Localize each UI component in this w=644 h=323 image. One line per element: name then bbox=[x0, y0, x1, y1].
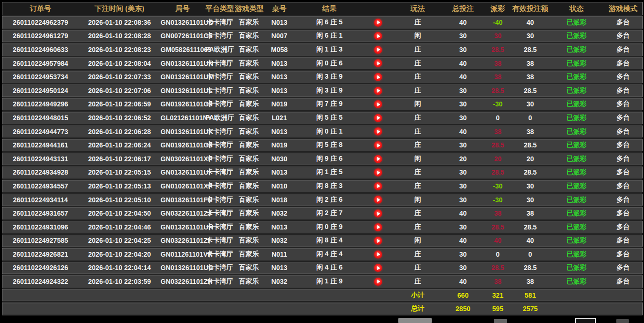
table-row: 2601102249480152026-01-10 22:06:52GL0212… bbox=[2, 111, 643, 125]
cell-game_mode: 多台 bbox=[604, 261, 643, 275]
replay-play-circle-icon[interactable] bbox=[374, 182, 382, 190]
table-row: 2601102249441612026-01-10 22:06:24GN0192… bbox=[2, 138, 643, 152]
replay-play-circle-icon[interactable] bbox=[374, 87, 382, 95]
cell-game_type: 百家乐 bbox=[235, 166, 263, 179]
cell-payout: 28.5 bbox=[484, 261, 512, 275]
cell-platform: 卡卡湾厅 bbox=[205, 220, 235, 234]
table-row: 2601102249501242026-01-10 22:07:06GN0132… bbox=[2, 83, 643, 97]
cell-play: 庄 bbox=[394, 70, 442, 84]
table-row: 2601102249579842026-01-10 22:08:04GN0132… bbox=[2, 56, 643, 70]
replay-play-circle-icon[interactable] bbox=[374, 141, 382, 149]
cell-bet_time: 2026-01-10 22:05:13 bbox=[79, 179, 161, 193]
cell-table_no: N013 bbox=[263, 83, 296, 97]
footer-partial-text bbox=[494, 319, 507, 323]
cell-game_mode: 多台 bbox=[604, 83, 643, 97]
replay-play-circle-icon[interactable] bbox=[374, 46, 382, 54]
cell-table_no: N013 bbox=[263, 70, 296, 84]
cell-total_bet: 30 bbox=[442, 193, 484, 207]
cell-play: 庄 bbox=[394, 261, 442, 275]
replay-play-circle-icon[interactable] bbox=[374, 73, 382, 81]
cell-replay bbox=[363, 83, 394, 97]
cell-game_type: 百家乐 bbox=[235, 220, 263, 234]
table-row: 2601102249623792026-01-10 22:08:36GN0132… bbox=[2, 16, 643, 30]
page-number-input[interactable] bbox=[575, 318, 596, 323]
replay-play-circle-icon[interactable] bbox=[374, 32, 382, 40]
summary-label: 总计 bbox=[394, 302, 442, 315]
cell-order_id: 260110224934557 bbox=[2, 179, 79, 193]
footer-partial-button[interactable] bbox=[616, 319, 629, 323]
cell-bet_time: 2026-01-10 22:04:25 bbox=[79, 234, 161, 248]
replay-play-circle-icon[interactable] bbox=[374, 196, 382, 204]
col-header-payout: 派彩 bbox=[484, 2, 512, 16]
cell-payout: 38 bbox=[484, 275, 512, 289]
cell-game_mode: 多台 bbox=[604, 29, 643, 43]
cell-order_id: 260110224931657 bbox=[2, 207, 79, 220]
cell-table_no: N018 bbox=[263, 193, 296, 207]
cell-game_type: 百家乐 bbox=[235, 97, 263, 111]
cell-game_type: 百家乐 bbox=[235, 248, 263, 261]
cell-game_type: 百家乐 bbox=[235, 83, 263, 97]
cell-valid_bet: 28.5 bbox=[512, 83, 549, 97]
replay-play-circle-icon[interactable] bbox=[374, 264, 382, 272]
cell-platform: 卡卡湾厅 bbox=[205, 16, 235, 30]
cell-status: 已派彩 bbox=[549, 248, 604, 261]
cell-table_no: N019 bbox=[263, 138, 296, 152]
replay-play-circle-icon[interactable] bbox=[374, 100, 382, 108]
replay-play-circle-icon[interactable] bbox=[374, 209, 382, 218]
replay-play-circle-icon[interactable] bbox=[374, 223, 382, 231]
cell-valid_bet: 0 bbox=[512, 248, 549, 261]
cell-platform: 卡卡湾厅 bbox=[205, 97, 235, 111]
replay-play-circle-icon[interactable] bbox=[374, 155, 382, 163]
cell-result: 闲 4 庄 6 bbox=[296, 261, 363, 275]
cell-round_id: GN013261101UO bbox=[161, 16, 205, 30]
summary-total-bet: 2850 bbox=[442, 302, 484, 315]
cell-status: 已派彩 bbox=[549, 56, 604, 70]
replay-play-circle-icon[interactable] bbox=[374, 59, 382, 67]
cell-bet_time: 2026-01-10 22:05:10 bbox=[79, 193, 161, 207]
cell-result: 闲 5 庄 5 bbox=[296, 111, 363, 125]
cell-valid_bet: 30 bbox=[512, 193, 549, 207]
replay-play-circle-icon[interactable] bbox=[374, 127, 382, 135]
replay-play-circle-icon[interactable] bbox=[374, 278, 382, 286]
cell-platform: 卡卡湾厅 bbox=[205, 83, 235, 97]
cell-game_mode: 多台 bbox=[604, 16, 643, 30]
cell-payout: 28.5 bbox=[484, 220, 512, 234]
cell-status: 已派彩 bbox=[549, 179, 604, 193]
cell-status: 已派彩 bbox=[549, 234, 604, 248]
cell-table_no: N013 bbox=[263, 125, 296, 138]
cell-game_type: 百家乐 bbox=[235, 16, 263, 30]
replay-play-circle-icon[interactable] bbox=[374, 250, 382, 259]
cell-bet_time: 2026-01-10 22:08:36 bbox=[79, 16, 161, 30]
bet-records-table: 订单号下注时间 (美东)局号平台类型游戏类型桌号结果玩法总投注派彩有效投注额状态… bbox=[2, 2, 643, 315]
cell-platform: 卡卡湾厅 bbox=[205, 261, 235, 275]
cell-bet_time: 2026-01-10 22:07:06 bbox=[79, 83, 161, 97]
cell-replay bbox=[363, 16, 394, 30]
cell-game_type: 百家乐 bbox=[235, 179, 263, 193]
replay-play-circle-icon[interactable] bbox=[374, 237, 382, 245]
cell-platform: 卡卡湾厅 bbox=[205, 125, 235, 138]
cell-play: 庄 bbox=[394, 179, 442, 193]
cell-play: 庄 bbox=[394, 138, 442, 152]
cell-valid_bet: 38 bbox=[512, 56, 549, 70]
replay-play-circle-icon[interactable] bbox=[374, 19, 382, 27]
cell-game_type: 百家乐 bbox=[235, 193, 263, 207]
cell-payout: 20 bbox=[484, 152, 512, 166]
table-row: 2601102249341142026-01-10 22:05:10GN0182… bbox=[2, 193, 643, 207]
cell-table_no: M058 bbox=[263, 43, 296, 57]
cell-order_id: 260110224962379 bbox=[2, 16, 79, 30]
subtotal-row: 小计660321581 bbox=[2, 288, 643, 302]
cell-replay bbox=[363, 111, 394, 125]
cell-order_id: 260110224944161 bbox=[2, 138, 79, 152]
cell-table_no: N013 bbox=[263, 220, 296, 234]
cell-platform: 卡卡湾厅 bbox=[205, 193, 235, 207]
table-row: 2601102249612792026-01-10 22:08:28GN0072… bbox=[2, 29, 643, 43]
cell-total_bet: 30 bbox=[442, 179, 484, 193]
col-header-game_type: 游戏类型 bbox=[235, 2, 263, 16]
cell-total_bet: 40 bbox=[442, 234, 484, 248]
cell-game_mode: 多台 bbox=[604, 56, 643, 70]
replay-play-circle-icon[interactable] bbox=[374, 168, 382, 177]
cell-payout: 38 bbox=[484, 125, 512, 138]
cell-platform: 卡卡湾厅 bbox=[205, 152, 235, 166]
replay-play-circle-icon[interactable] bbox=[374, 114, 382, 122]
cell-valid_bet: 28.5 bbox=[512, 166, 549, 179]
